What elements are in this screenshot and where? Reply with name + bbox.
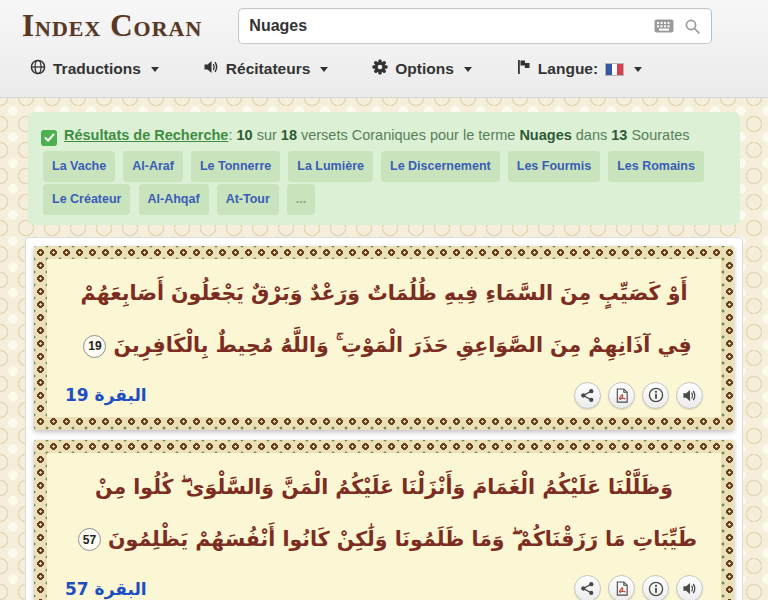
nav-options-label: Options — [395, 60, 454, 78]
logo-row: Index Coran — [0, 0, 768, 46]
verse-arabic-text: وَظَلَّلْنَا عَلَيْكُمُ الْغَمَامَ وَأَن… — [61, 457, 707, 566]
pdf-button[interactable] — [608, 575, 635, 600]
verse-card-footer: البقرة 19 — [61, 382, 707, 409]
verse-card-footer: البقرة 57 — [61, 575, 707, 600]
verse-actions — [574, 575, 703, 600]
verse-card-inner: أَوْ كَصَيِّبٍ مِنَ السَّمَاءِ فِيهِ ظُل… — [47, 259, 721, 417]
french-flag-icon — [605, 63, 624, 76]
chevron-down-icon — [151, 67, 159, 72]
results-link[interactable]: Résultats de Recherche — [64, 127, 228, 143]
sura-tag[interactable]: Le Discernement — [381, 151, 500, 182]
verse-text: أَوْ كَصَيِّبٍ مِنَ السَّمَاءِ فِيهِ ظُل… — [81, 281, 692, 357]
results-count: 10 — [236, 127, 252, 143]
gear-icon — [372, 59, 388, 79]
share-icon — [580, 581, 595, 596]
results-of: sur — [253, 127, 281, 143]
verse-actions — [574, 382, 703, 409]
audio-button[interactable] — [676, 382, 703, 409]
header: Index Coran Traductions — [0, 0, 768, 98]
pdf-icon — [615, 388, 629, 403]
results-sura-count: 13 — [611, 127, 627, 143]
search-box — [238, 8, 712, 44]
results-total: 18 — [281, 127, 297, 143]
info-icon — [648, 387, 664, 403]
results-sura-word: Sourates — [627, 127, 689, 143]
chevron-down-icon — [464, 67, 472, 72]
verse-text: وَظَلَّلْنَا عَلَيْكُمُ الْغَمَامَ وَأَن… — [95, 475, 697, 551]
sura-tag[interactable]: At-Tour — [217, 184, 279, 215]
sura-tag[interactable]: Le Tonnerre — [191, 151, 280, 182]
volume-icon — [682, 581, 697, 596]
nav-langue-label: Langue: — [538, 60, 598, 78]
nav-traductions[interactable]: Traductions — [30, 59, 159, 79]
share-button[interactable] — [574, 382, 601, 409]
sura-reference[interactable]: البقرة 19 — [65, 385, 147, 405]
audio-button[interactable] — [676, 575, 703, 600]
verse-card-inner: وَظَلَّلْنَا عَلَيْكُمُ الْغَمَامَ وَأَن… — [47, 453, 721, 600]
sura-tag[interactable]: La Lumière — [288, 151, 373, 182]
main-nav: Traductions Récitateurs Options — [0, 46, 768, 92]
sura-tag-more[interactable]: ... — [287, 184, 315, 215]
volume-icon — [682, 388, 697, 403]
info-button[interactable] — [642, 575, 669, 600]
sura-tag[interactable]: La Vache — [43, 151, 115, 182]
speaker-icon — [203, 59, 219, 79]
results-dans: dans — [572, 127, 612, 143]
results-middle: versets Coraniques pour le terme — [297, 127, 519, 143]
pdf-icon — [615, 581, 629, 596]
info-button[interactable] — [642, 382, 669, 409]
sura-reference[interactable]: البقرة 57 — [65, 579, 147, 599]
search-input[interactable] — [249, 17, 644, 35]
nav-options[interactable]: Options — [372, 59, 472, 79]
verse-number-badge: 57 — [78, 528, 101, 551]
verses-panel: أَوْ كَصَيِّبٍ مِنَ السَّمَاءِ فِيهِ ظُل… — [25, 237, 743, 600]
nav-langue[interactable]: Langue: — [516, 59, 642, 79]
flag-icon — [516, 59, 531, 79]
nav-traductions-label: Traductions — [53, 60, 141, 78]
results-term: Nuages — [519, 127, 571, 143]
page: Index Coran Traductions — [0, 0, 768, 600]
site-logo[interactable]: Index Coran — [22, 8, 202, 44]
sura-tag[interactable]: Le Créateur — [43, 184, 130, 215]
share-icon — [580, 388, 595, 403]
verse-arabic-text: أَوْ كَصَيِّبٍ مِنَ السَّمَاءِ فِيهِ ظُل… — [61, 263, 707, 372]
verse-card: وَظَلَّلْنَا عَلَيْكُمُ الْغَمَامَ وَأَن… — [34, 440, 734, 600]
verse-number-badge: 19 — [83, 335, 106, 358]
sura-tag[interactable]: Les Romains — [608, 151, 704, 182]
chevron-down-icon — [634, 67, 642, 72]
check-icon — [41, 130, 57, 146]
globe-icon — [30, 59, 46, 79]
search-results-alert: Résultats de Recherche: 10 sur 18 verset… — [28, 112, 740, 225]
chevron-down-icon — [320, 67, 328, 72]
content-area: Résultats de Recherche: 10 sur 18 verset… — [0, 98, 768, 600]
nav-recitateurs-label: Récitateurs — [226, 60, 310, 78]
sura-tag[interactable]: Al-Ahqaf — [139, 184, 209, 215]
keyboard-icon[interactable] — [654, 19, 674, 33]
nav-recitateurs[interactable]: Récitateurs — [203, 59, 328, 79]
pdf-button[interactable] — [608, 382, 635, 409]
sura-tag[interactable]: Al-Araf — [123, 151, 183, 182]
sura-tag[interactable]: Les Fourmis — [508, 151, 600, 182]
verse-card: أَوْ كَصَيِّبٍ مِنَ السَّمَاءِ فِيهِ ظُل… — [34, 246, 734, 430]
search-icon[interactable] — [684, 18, 701, 35]
info-icon — [648, 581, 664, 597]
share-button[interactable] — [574, 575, 601, 600]
